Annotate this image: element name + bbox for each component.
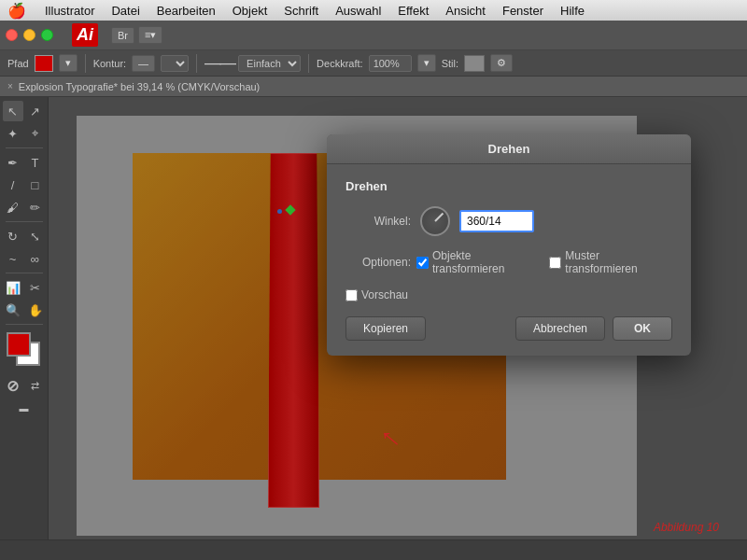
fill-options-button[interactable]: ▾ xyxy=(59,54,78,72)
winkel-label: Winkel: xyxy=(345,215,411,228)
muster-label: Muster transformieren xyxy=(565,249,672,275)
line-tool[interactable]: / xyxy=(3,175,23,195)
tool-row-6: ↻ ⤡ xyxy=(3,226,46,246)
column-graph-tool[interactable]: 📊 xyxy=(3,277,23,298)
deckkraft-label: Deckkraft: xyxy=(317,58,363,69)
objekte-transformieren-checkbox[interactable]: Objekte transformieren xyxy=(416,249,543,275)
rect-tool[interactable]: □ xyxy=(25,175,46,195)
menu-objekt[interactable]: Objekt xyxy=(231,4,270,18)
minimize-button[interactable] xyxy=(23,29,35,41)
dialog-title: Drehen xyxy=(488,142,530,156)
maximize-button[interactable] xyxy=(41,29,53,41)
stil-swatch[interactable] xyxy=(464,55,485,72)
muster-transformieren-checkbox[interactable]: Muster transformieren xyxy=(549,249,672,275)
deckkraft-dropdown[interactable]: ▾ xyxy=(417,54,436,72)
tool-row-color-modes: ⊘ ⇄ xyxy=(3,375,46,396)
stroke-color-button[interactable]: — xyxy=(132,55,155,72)
menu-effekt[interactable]: Effekt xyxy=(396,4,430,18)
vorschau-label: Vorschau xyxy=(361,288,408,301)
tool-row-8: 📊 ✂ xyxy=(3,277,46,298)
tool-row-4: / □ xyxy=(3,175,46,195)
tool-row-2: ✦ ⌖ xyxy=(3,123,46,144)
rotate-dialog: Drehen Drehen Winkel: Optionen: xyxy=(327,134,691,356)
dialog-body: Drehen Winkel: Optionen: Objekte transfo… xyxy=(327,164,691,356)
slice-tool[interactable]: ✂ xyxy=(25,277,46,298)
menu-illustrator[interactable]: Illustrator xyxy=(43,4,96,18)
stroke-style-dropdown[interactable]: Einfach xyxy=(238,55,301,72)
dialog-buttons: Kopieren Abbrechen OK xyxy=(345,316,672,341)
tool-row-1: ↖ ↗ xyxy=(3,101,46,121)
deckkraft-input[interactable] xyxy=(369,55,412,72)
tool-row-screen-modes: ▬ xyxy=(14,398,35,418)
tool-row-3: ✒ T xyxy=(3,152,46,173)
abbrechen-button[interactable]: Abbrechen xyxy=(515,316,605,341)
bridge-button[interactable]: Br xyxy=(111,27,134,44)
direct-select-tool[interactable]: ↗ xyxy=(25,101,46,121)
lasso-tool[interactable]: ⌖ xyxy=(25,123,46,144)
tool-row-5: 🖌 ✏ xyxy=(3,197,46,217)
pen-tool[interactable]: ✒ xyxy=(3,152,23,173)
vorschau-row: Vorschau xyxy=(345,288,672,301)
menu-bar: 🍎 Illustrator Datei Bearbeiten Objekt Sc… xyxy=(0,0,747,21)
close-button[interactable] xyxy=(6,29,18,41)
canvas-area[interactable]: Drehen Drehen Winkel: Optionen: xyxy=(49,97,747,539)
fill-color-swatch[interactable] xyxy=(35,55,53,72)
zoom-tool[interactable]: 🔍 xyxy=(3,300,23,320)
right-buttons: Abbrechen OK xyxy=(515,316,672,341)
document-title: Explosion Typografie* bei 39,14 % (CMYK/… xyxy=(19,81,260,92)
swap-colors-icon[interactable]: ⇄ xyxy=(25,375,46,396)
screen-mode-icon[interactable]: ▬ xyxy=(14,398,35,418)
main-area: ↖ ↗ ✦ ⌖ ✒ T / □ 🖌 ✏ ↻ ⤡ ~ ∞ 📊 xyxy=(0,97,747,539)
menu-auswahl[interactable]: Auswahl xyxy=(333,4,383,18)
menu-hilfe[interactable]: Hilfe xyxy=(558,4,586,18)
divider xyxy=(85,54,86,73)
ai-logo: Ai xyxy=(72,23,98,47)
winkel-row: Winkel: xyxy=(345,206,672,236)
menu-bearbeiten[interactable]: Bearbeiten xyxy=(155,4,218,18)
pencil-tool[interactable]: ✏ xyxy=(25,197,46,217)
winkel-input[interactable] xyxy=(459,210,534,232)
settings-button[interactable]: ⚙ xyxy=(490,54,513,72)
menu-schrift[interactable]: Schrift xyxy=(282,4,320,18)
vorschau-checkbox[interactable]: Vorschau xyxy=(345,288,408,301)
dialog-section-title: Drehen xyxy=(345,179,672,193)
menu-ansicht[interactable]: Ansicht xyxy=(444,4,487,18)
tool-sep-3 xyxy=(6,273,43,273)
divider3 xyxy=(308,54,309,73)
foreground-color-swatch[interactable] xyxy=(7,332,31,357)
apple-menu[interactable]: 🍎 xyxy=(7,2,26,20)
stroke-dropdown[interactable] xyxy=(161,55,189,72)
divider2 xyxy=(196,54,197,73)
objekte-checkbox-input[interactable] xyxy=(416,257,429,269)
status-bar xyxy=(0,539,747,560)
muster-checkbox-input[interactable] xyxy=(549,257,561,269)
menu-datei[interactable]: Datei xyxy=(109,4,141,18)
tool-row-9: 🔍 ✋ xyxy=(3,300,46,320)
magic-wand-tool[interactable]: ✦ xyxy=(3,123,23,144)
blend-tool[interactable]: ∞ xyxy=(25,248,46,269)
dialog-overlay: Drehen Drehen Winkel: Optionen: xyxy=(49,97,747,539)
tab-close-button[interactable]: × xyxy=(7,81,13,91)
menu-fenster[interactable]: Fenster xyxy=(500,4,545,18)
angle-dial[interactable] xyxy=(420,206,450,236)
type-tool[interactable]: T xyxy=(25,152,46,173)
tool-sep-2 xyxy=(6,221,43,222)
kopieren-button[interactable]: Kopieren xyxy=(345,316,426,341)
hand-tool[interactable]: ✋ xyxy=(25,300,46,320)
objekte-label: Objekte transformieren xyxy=(432,249,543,275)
optionen-label: Optionen: xyxy=(345,256,411,269)
paintbrush-tool[interactable]: 🖌 xyxy=(3,197,23,217)
tool-row-7: ~ ∞ xyxy=(3,248,46,269)
scale-tool[interactable]: ⤡ xyxy=(25,226,46,246)
none-swatch[interactable]: ⊘ xyxy=(3,375,23,396)
dialog-titlebar: Drehen xyxy=(327,134,691,164)
select-tool[interactable]: ↖ xyxy=(3,101,23,121)
kontur-label: Kontur: xyxy=(93,58,126,69)
arrange-button[interactable]: ≡▾ xyxy=(138,26,162,44)
ok-button[interactable]: OK xyxy=(613,316,672,341)
vorschau-checkbox-input[interactable] xyxy=(345,289,358,301)
rotate-tool[interactable]: ↻ xyxy=(3,226,23,246)
color-swatches xyxy=(7,332,42,368)
warp-tool[interactable]: ~ xyxy=(3,248,23,269)
stil-label: Stil: xyxy=(442,58,458,69)
